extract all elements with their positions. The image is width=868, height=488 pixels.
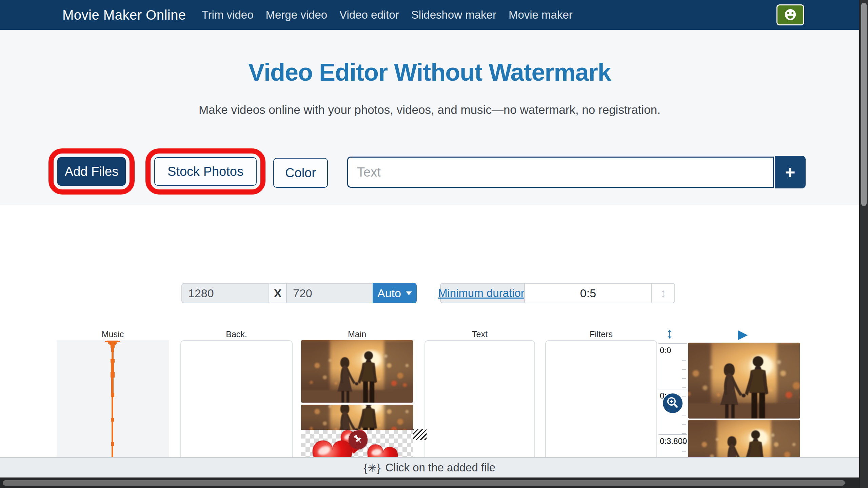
play-button[interactable]: ▶: [738, 328, 748, 341]
duration-stepper[interactable]: ↕: [651, 283, 675, 303]
ruler-label-end: 0:3.800: [660, 436, 687, 446]
hero-section: Video Editor Without Watermark Make vide…: [0, 30, 859, 205]
editor-workspace: X Auto Minimum duration ↕ Music Back. Ma…: [0, 205, 859, 457]
track-header-text: Text: [425, 329, 535, 339]
app-window: Movie Maker Online Trim video Merge vide…: [0, 0, 868, 488]
nav-item-trim-video[interactable]: Trim video: [202, 8, 254, 21]
music-track-panel[interactable]: [57, 340, 169, 457]
width-input[interactable]: [181, 283, 269, 303]
minimum-duration-group: Minimum duration ↕: [440, 283, 675, 303]
text-track-dropzone[interactable]: [425, 340, 535, 462]
page-title: Video Editor Without Watermark: [0, 30, 859, 86]
smiley-icon: [783, 7, 798, 23]
status-hint-text: Click on the added file: [386, 461, 496, 474]
zoom-in-icon: [666, 396, 679, 410]
chevron-down-icon: [406, 291, 412, 295]
ruler-label-start: 0:0: [660, 346, 671, 355]
nav-item-merge-video[interactable]: Merge video: [266, 8, 328, 21]
nav-item-movie-maker[interactable]: Movie maker: [509, 8, 573, 21]
track-header-main: Main: [301, 329, 413, 339]
timeline-clip-thumbnail-1[interactable]: [688, 343, 800, 419]
minimum-duration-link[interactable]: Minimum duration: [438, 287, 527, 300]
hint-asterisk-icon: {✳}: [364, 461, 381, 474]
stock-photos-button[interactable]: Stock Photos: [154, 157, 257, 186]
horizontal-scrollbar-thumb[interactable]: [3, 480, 845, 486]
color-button[interactable]: Color: [273, 158, 328, 188]
main-clip-thumbnail-1[interactable]: [301, 340, 413, 403]
pushpin-icon: [352, 433, 364, 446]
video-size-group: X Auto: [181, 283, 417, 303]
auto-size-label: Auto: [377, 287, 401, 300]
annotation-ring-add-files: Add Files: [48, 148, 135, 195]
feedback-smiley-button[interactable]: [776, 4, 804, 25]
nav-item-video-editor[interactable]: Video editor: [339, 8, 399, 21]
annotation-ring-stock-photos: Stock Photos: [145, 148, 265, 195]
page-subtitle: Make videos online with your photos, vid…: [0, 103, 859, 117]
timeline-resize-handle[interactable]: ↕: [666, 326, 673, 341]
nav-links: Trim video Merge video Video editor Slid…: [202, 8, 573, 21]
main-clip-thumbnail-2[interactable]: [301, 405, 413, 430]
vertical-scrollbar-thumb[interactable]: [861, 3, 867, 206]
track-header-filters: Filters: [545, 329, 657, 339]
back-track-dropzone[interactable]: [180, 340, 293, 462]
ruler-tick-major: [658, 343, 687, 344]
add-files-button[interactable]: Add Files: [57, 157, 126, 186]
navbar: Movie Maker Online Trim video Merge vide…: [0, 0, 859, 30]
dimension-separator: X: [269, 283, 287, 303]
brand-logo[interactable]: Movie Maker Online: [62, 7, 186, 23]
track-header-back: Back.: [180, 329, 293, 339]
text-overlay-input[interactable]: [347, 157, 774, 188]
timeline-zoom-button[interactable]: [663, 393, 683, 413]
auto-size-dropdown[interactable]: Auto: [373, 283, 417, 303]
drag-hatch-decoration: [413, 429, 427, 440]
pin-badge[interactable]: [349, 430, 368, 449]
vertical-scrollbar[interactable]: [859, 0, 868, 488]
height-input[interactable]: [286, 283, 373, 303]
horizontal-scrollbar[interactable]: [0, 477, 868, 488]
audio-waveform: [102, 340, 123, 457]
add-text-button[interactable]: +: [775, 156, 806, 188]
status-bar: {✳} Click on the added file: [0, 457, 859, 477]
track-header-music: Music: [57, 329, 169, 339]
filters-track-dropzone[interactable]: [545, 340, 657, 462]
nav-item-slideshow-maker[interactable]: Slideshow maker: [411, 8, 496, 21]
minimum-duration-label-segment: Minimum duration: [440, 283, 525, 303]
minimum-duration-input[interactable]: [524, 283, 652, 303]
